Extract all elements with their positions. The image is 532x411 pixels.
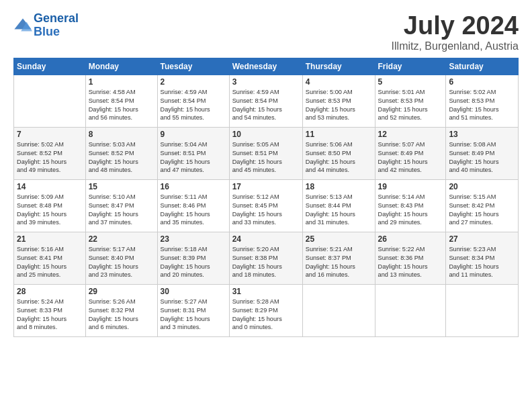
day-number: 7: [17, 130, 83, 139]
calendar-cell: 21Sunrise: 5:16 AM Sunset: 8:41 PM Dayli…: [14, 232, 86, 284]
calendar-cell: 25Sunrise: 5:21 AM Sunset: 8:37 PM Dayli…: [302, 232, 375, 284]
day-number: 13: [449, 130, 515, 139]
day-number: 23: [161, 234, 226, 244]
calendar-week-row: 28Sunrise: 5:24 AM Sunset: 8:33 PM Dayli…: [14, 284, 519, 336]
day-info: Sunrise: 5:02 AM Sunset: 8:52 PM Dayligh…: [17, 140, 83, 175]
day-info: Sunrise: 5:05 AM Sunset: 8:51 PM Dayligh…: [232, 140, 300, 175]
calendar-cell: 16Sunrise: 5:11 AM Sunset: 8:46 PM Dayli…: [157, 179, 229, 232]
header: General Blue July 2024 Illmitz, Burgenla…: [13, 12, 519, 52]
calendar-cell: 30Sunrise: 5:27 AM Sunset: 8:31 PM Dayli…: [157, 284, 229, 336]
calendar-cell: 7Sunrise: 5:02 AM Sunset: 8:52 PM Daylig…: [14, 127, 86, 179]
day-info: Sunrise: 4:58 AM Sunset: 8:54 PM Dayligh…: [89, 88, 154, 123]
day-number: 16: [161, 182, 226, 191]
calendar-cell: 17Sunrise: 5:12 AM Sunset: 8:45 PM Dayli…: [229, 179, 302, 232]
col-wednesday: Wednesday: [229, 58, 302, 75]
day-number: 31: [232, 287, 300, 296]
calendar-title: July 2024: [392, 12, 519, 40]
calendar-cell: 26Sunrise: 5:22 AM Sunset: 8:36 PM Dayli…: [375, 232, 446, 284]
calendar-cell: 23Sunrise: 5:18 AM Sunset: 8:39 PM Dayli…: [157, 232, 229, 284]
calendar-cell: 10Sunrise: 5:05 AM Sunset: 8:51 PM Dayli…: [229, 127, 302, 179]
calendar-cell: 12Sunrise: 5:07 AM Sunset: 8:49 PM Dayli…: [375, 127, 446, 179]
calendar-cell: 24Sunrise: 5:20 AM Sunset: 8:38 PM Dayli…: [229, 232, 302, 284]
day-info: Sunrise: 5:27 AM Sunset: 8:31 PM Dayligh…: [161, 298, 226, 332]
day-number: 14: [17, 182, 83, 191]
calendar-cell: [302, 284, 375, 336]
day-number: 6: [449, 77, 515, 87]
calendar-cell: 5Sunrise: 5:01 AM Sunset: 8:53 PM Daylig…: [375, 75, 446, 127]
calendar-cell: [446, 284, 519, 336]
calendar-cell: 20Sunrise: 5:15 AM Sunset: 8:42 PM Dayli…: [446, 179, 519, 232]
col-sunday: Sunday: [14, 58, 86, 75]
day-number: 3: [232, 77, 300, 87]
day-info: Sunrise: 5:08 AM Sunset: 8:49 PM Dayligh…: [449, 140, 515, 175]
day-number: 19: [378, 182, 443, 191]
day-info: Sunrise: 4:59 AM Sunset: 8:54 PM Dayligh…: [161, 88, 226, 123]
calendar-cell: 19Sunrise: 5:14 AM Sunset: 8:43 PM Dayli…: [375, 179, 446, 232]
calendar-cell: 6Sunrise: 5:02 AM Sunset: 8:53 PM Daylig…: [446, 75, 519, 127]
day-number: 18: [306, 182, 372, 191]
day-number: 17: [232, 182, 300, 191]
logo-text: General Blue: [34, 12, 79, 39]
day-info: Sunrise: 5:18 AM Sunset: 8:39 PM Dayligh…: [161, 245, 226, 280]
day-info: Sunrise: 5:13 AM Sunset: 8:44 PM Dayligh…: [306, 193, 372, 228]
day-number: 26: [378, 234, 443, 244]
day-info: Sunrise: 5:26 AM Sunset: 8:32 PM Dayligh…: [89, 298, 154, 332]
day-number: 24: [232, 234, 300, 244]
calendar-cell: 1Sunrise: 4:58 AM Sunset: 8:54 PM Daylig…: [85, 75, 157, 127]
day-number: 28: [17, 287, 83, 296]
col-thursday: Thursday: [302, 58, 375, 75]
calendar-cell: 15Sunrise: 5:10 AM Sunset: 8:47 PM Dayli…: [85, 179, 157, 232]
day-info: Sunrise: 5:23 AM Sunset: 8:34 PM Dayligh…: [449, 245, 515, 280]
day-number: 12: [378, 130, 443, 139]
day-info: Sunrise: 5:02 AM Sunset: 8:53 PM Dayligh…: [449, 88, 515, 123]
day-number: 27: [449, 234, 515, 244]
day-info: Sunrise: 5:14 AM Sunset: 8:43 PM Dayligh…: [378, 193, 443, 228]
calendar-cell: 18Sunrise: 5:13 AM Sunset: 8:44 PM Dayli…: [302, 179, 375, 232]
page: General Blue July 2024 Illmitz, Burgenla…: [0, 0, 532, 411]
calendar-header-row: Sunday Monday Tuesday Wednesday Thursday…: [14, 58, 519, 75]
calendar-cell: 28Sunrise: 5:24 AM Sunset: 8:33 PM Dayli…: [14, 284, 86, 336]
day-number: 22: [89, 234, 154, 244]
day-info: Sunrise: 5:03 AM Sunset: 8:52 PM Dayligh…: [89, 140, 154, 175]
calendar-week-row: 7Sunrise: 5:02 AM Sunset: 8:52 PM Daylig…: [14, 127, 519, 179]
col-friday: Friday: [375, 58, 446, 75]
day-info: Sunrise: 4:59 AM Sunset: 8:54 PM Dayligh…: [232, 88, 300, 123]
day-number: 20: [449, 182, 515, 191]
day-info: Sunrise: 5:04 AM Sunset: 8:51 PM Dayligh…: [161, 140, 226, 175]
day-info: Sunrise: 5:10 AM Sunset: 8:47 PM Dayligh…: [89, 193, 154, 228]
day-number: 5: [378, 77, 443, 87]
day-number: 15: [89, 182, 154, 191]
day-info: Sunrise: 5:15 AM Sunset: 8:42 PM Dayligh…: [449, 193, 515, 228]
calendar-week-row: 1Sunrise: 4:58 AM Sunset: 8:54 PM Daylig…: [14, 75, 519, 127]
day-number: 10: [232, 130, 300, 139]
day-info: Sunrise: 5:06 AM Sunset: 8:50 PM Dayligh…: [306, 140, 372, 175]
day-number: 21: [17, 234, 83, 244]
day-number: 1: [89, 77, 154, 87]
col-monday: Monday: [85, 58, 157, 75]
logo-icon: [13, 16, 32, 35]
calendar-table: Sunday Monday Tuesday Wednesday Thursday…: [13, 58, 519, 337]
day-info: Sunrise: 5:01 AM Sunset: 8:53 PM Dayligh…: [378, 88, 443, 123]
logo: General Blue: [13, 12, 79, 39]
day-number: 29: [89, 287, 154, 296]
col-saturday: Saturday: [446, 58, 519, 75]
calendar-cell: 22Sunrise: 5:17 AM Sunset: 8:40 PM Dayli…: [85, 232, 157, 284]
calendar-cell: 29Sunrise: 5:26 AM Sunset: 8:32 PM Dayli…: [85, 284, 157, 336]
day-info: Sunrise: 5:21 AM Sunset: 8:37 PM Dayligh…: [306, 245, 372, 280]
calendar-cell: [14, 75, 86, 127]
calendar-cell: 13Sunrise: 5:08 AM Sunset: 8:49 PM Dayli…: [446, 127, 519, 179]
day-info: Sunrise: 5:12 AM Sunset: 8:45 PM Dayligh…: [232, 193, 300, 228]
calendar-subtitle: Illmitz, Burgenland, Austria: [392, 40, 519, 52]
day-number: 11: [306, 130, 372, 139]
calendar-week-row: 21Sunrise: 5:16 AM Sunset: 8:41 PM Dayli…: [14, 232, 519, 284]
day-number: 2: [161, 77, 226, 87]
day-info: Sunrise: 5:07 AM Sunset: 8:49 PM Dayligh…: [378, 140, 443, 175]
title-block: July 2024 Illmitz, Burgenland, Austria: [392, 12, 519, 52]
calendar-cell: 31Sunrise: 5:28 AM Sunset: 8:29 PM Dayli…: [229, 284, 302, 336]
day-info: Sunrise: 5:28 AM Sunset: 8:29 PM Dayligh…: [232, 298, 300, 332]
day-info: Sunrise: 5:11 AM Sunset: 8:46 PM Dayligh…: [161, 193, 226, 228]
day-info: Sunrise: 5:16 AM Sunset: 8:41 PM Dayligh…: [17, 245, 83, 280]
calendar-cell: 14Sunrise: 5:09 AM Sunset: 8:48 PM Dayli…: [14, 179, 86, 232]
day-info: Sunrise: 5:22 AM Sunset: 8:36 PM Dayligh…: [378, 245, 443, 280]
day-info: Sunrise: 5:00 AM Sunset: 8:53 PM Dayligh…: [306, 88, 372, 123]
